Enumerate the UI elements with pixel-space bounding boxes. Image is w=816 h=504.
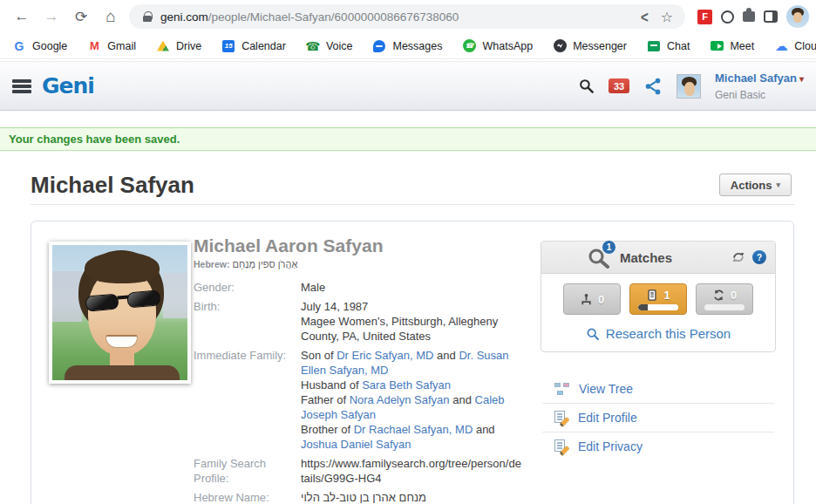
record-matches-progress <box>638 304 678 310</box>
user-menu[interactable]: Michael Safyan▾ Geni Basic <box>715 70 804 102</box>
url-bar[interactable]: geni.com/people/Michael-Safyan/600000008… <box>129 4 685 29</box>
url-text[interactable]: geni.com/people/Michael-Safyan/600000008… <box>160 10 641 24</box>
family-link[interactable]: Nora Adelyn Safyan <box>350 393 450 406</box>
smart-matches-button[interactable]: 0 <box>696 283 753 315</box>
birth-place: Magee Women's, Pittsburgh, Allegheny Cou… <box>301 315 498 343</box>
bookmark-chat[interactable]: Chat <box>647 39 690 53</box>
smart-matches-progress <box>704 304 745 310</box>
immediate-family-row: Immediate Family: Son of Dr Eric Safyan,… <box>194 348 535 452</box>
hebrew-name-value: מנחם אהרן בן טוב-לב הלוי <box>301 490 524 504</box>
bookmark-gmail[interactable]: MGmail <box>87 39 136 53</box>
gender-value: Male <box>301 280 524 295</box>
save-confirmation-banner: Your changes have been saved. <box>0 127 816 151</box>
actions-button[interactable]: Actions ▾ <box>719 174 792 196</box>
record-matches-button[interactable]: 1 <box>629 283 687 315</box>
geni-header: Geni 33 Michael Safyan▾ Geni Basic <box>0 61 816 111</box>
bookmark-google[interactable]: GGoogle <box>12 39 67 53</box>
whatsapp-icon: ☎ <box>463 39 476 52</box>
bookmark-star-icon[interactable]: ☆ <box>661 9 673 25</box>
calendar-icon: 15 <box>222 40 235 52</box>
family-line: Father of Nora Adelyn Safyan and Caleb J… <box>301 393 504 421</box>
bookmark-meet[interactable]: Meet <box>710 39 754 53</box>
bookmark-voice[interactable]: ☎Voice <box>306 39 353 53</box>
family-link[interactable]: Dr Eric Safyan, MD <box>337 349 433 362</box>
lock-icon[interactable] <box>143 11 152 22</box>
edit-privacy-link[interactable]: Edit Privacy <box>541 432 776 460</box>
bookmark-messages[interactable]: Messages <box>372 39 442 53</box>
family-link[interactable]: Joshua Daniel Safyan <box>301 438 411 451</box>
geni-logo[interactable]: Geni <box>42 73 94 99</box>
tree-matches-icon <box>580 293 593 306</box>
matches-title: Matches <box>620 250 672 265</box>
messenger-icon <box>554 39 567 52</box>
smart-matches-icon <box>712 289 725 302</box>
matches-panel: 1 Matches ? 0 <box>541 241 776 352</box>
family-link[interactable]: Sara Beth Safyan <box>362 378 451 392</box>
side-panel-icon[interactable] <box>764 10 778 23</box>
notifications-badge[interactable]: 33 <box>609 78 629 93</box>
page-title: Michael Safyan <box>31 172 194 199</box>
refresh-matches-icon[interactable] <box>731 249 746 265</box>
family-line: Son of Dr Eric Safyan, MD and Dr. Susan … <box>301 349 509 377</box>
extensions-puzzle-icon[interactable] <box>743 11 755 22</box>
google-icon: G <box>12 39 26 53</box>
matches-count-badge: 1 <box>602 240 616 255</box>
birth-row: Birth: July 14, 1987 Magee Women's, Pitt… <box>194 299 535 344</box>
research-person-link[interactable]: Research this Person <box>541 326 775 341</box>
browser-profile-avatar[interactable] <box>786 5 809 28</box>
menu-hamburger-icon[interactable] <box>12 79 31 93</box>
user-avatar[interactable] <box>677 74 701 99</box>
forward-icon[interactable]: → <box>39 4 64 29</box>
user-caret-icon: ▾ <box>799 74 804 84</box>
hebrew-name-row: Hebrew Name: מנחם אהרן בן טוב-לב הלוי <box>194 490 535 504</box>
cloud-icon: ☁ <box>774 39 788 53</box>
actions-caret-icon: ▾ <box>776 180 780 189</box>
birth-date: July 14, 1987 <box>301 300 368 313</box>
research-magnifier-icon <box>586 327 600 341</box>
onepassword-extension-icon[interactable] <box>721 10 734 24</box>
chat-icon <box>648 41 660 51</box>
reload-icon[interactable]: ⟳ <box>69 4 93 29</box>
title-divider <box>31 204 794 205</box>
bookmarks-bar: GGoogle MGmail Drive 15Calendar ☎Voice M… <box>0 33 816 59</box>
matches-help-icon[interactable]: ? <box>752 250 766 264</box>
gmail-icon: M <box>87 39 101 53</box>
extensions-area: F <box>697 5 809 28</box>
matches-body: 0 1 0 <box>541 274 775 351</box>
family-line: Husband of Sara Beth Safyan <box>301 378 451 392</box>
bookmark-calendar[interactable]: 15Calendar <box>221 39 286 53</box>
home-icon[interactable]: ⌂ <box>99 4 123 29</box>
messages-icon <box>373 40 385 52</box>
profile-card: Michael Aaron Safyan Hebrew: אַהֲרֹן ספי… <box>31 221 794 504</box>
flipboard-extension-icon[interactable]: F <box>697 10 712 24</box>
family-search-row: Family Search Profile: https://www.famil… <box>194 456 535 486</box>
back-icon[interactable]: ← <box>10 4 34 29</box>
drive-icon <box>157 41 169 51</box>
profile-photo-image <box>52 245 187 380</box>
share-page-icon[interactable]: < <box>641 7 649 25</box>
gender-row: Gender: Male <box>194 280 535 295</box>
immediate-family-value: Son of Dr Eric Safyan, MD and Dr. Susan … <box>301 348 524 452</box>
bookmark-drive[interactable]: Drive <box>156 39 201 53</box>
save-confirmation-text: Your changes have been saved. <box>9 133 180 146</box>
bookmark-messenger[interactable]: Messenger <box>553 39 627 53</box>
edit-privacy-icon <box>554 439 568 453</box>
family-search-value: https://www.familysearch.org/tree/person… <box>301 456 524 486</box>
view-tree-link[interactable]: View Tree <box>541 375 776 403</box>
profile-hebrew-line: Hebrew: אַהֲרֹן ספין מְנַחֵם <box>194 259 535 269</box>
browser-navbar: ← → ⟳ ⌂ geni.com/people/Michael-Safyan/6… <box>0 0 816 33</box>
tree-matches-button[interactable]: 0 <box>563 283 621 315</box>
family-link[interactable]: Dr Rachael Safyan, MD <box>354 423 473 436</box>
edit-profile-link[interactable]: Edit Profile <box>541 404 776 432</box>
profile-photo[interactable] <box>49 242 191 384</box>
bookmark-cloud[interactable]: ☁Cloud <box>774 39 816 53</box>
user-name: Michael Safyan <box>715 72 797 85</box>
url-path: /people/Michael-Safyan/60000000866767380… <box>208 10 459 24</box>
bookmark-whatsapp[interactable]: ☎WhatsApp <box>462 39 533 53</box>
edit-profile-icon <box>554 411 568 425</box>
screenshot-root: ← → ⟳ ⌂ geni.com/people/Michael-Safyan/6… <box>0 0 816 504</box>
profile-display-name: Michael Aaron Safyan <box>194 235 535 256</box>
share-profile-icon[interactable] <box>643 77 663 96</box>
matches-header: 1 Matches ? <box>541 242 775 274</box>
site-search-icon[interactable] <box>578 78 595 94</box>
